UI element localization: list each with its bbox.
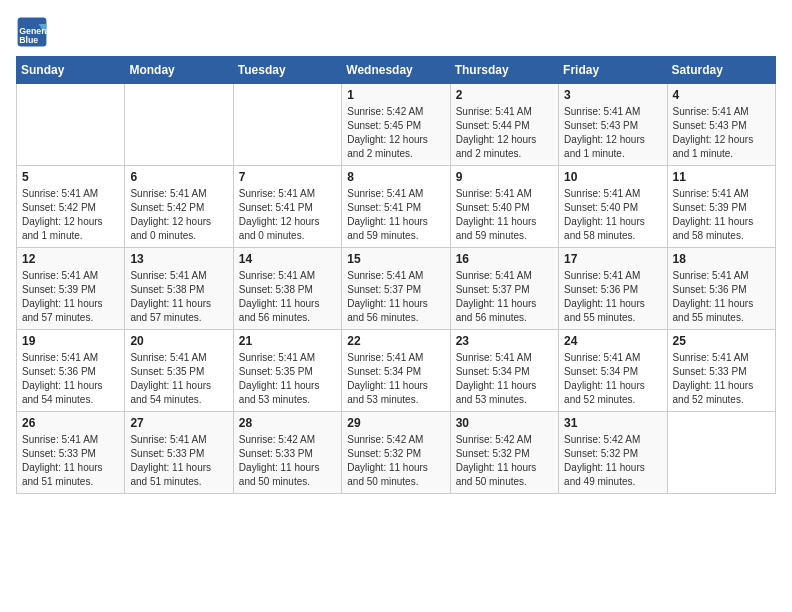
day-number: 25 <box>673 334 770 348</box>
day-info: Sunrise: 5:41 AM Sunset: 5:41 PM Dayligh… <box>239 187 336 243</box>
day-number: 24 <box>564 334 661 348</box>
calendar-header-row: SundayMondayTuesdayWednesdayThursdayFrid… <box>17 57 776 84</box>
day-info: Sunrise: 5:41 AM Sunset: 5:43 PM Dayligh… <box>564 105 661 161</box>
day-info: Sunrise: 5:41 AM Sunset: 5:42 PM Dayligh… <box>22 187 119 243</box>
calendar-cell: 12Sunrise: 5:41 AM Sunset: 5:39 PM Dayli… <box>17 248 125 330</box>
day-number: 19 <box>22 334 119 348</box>
day-number: 20 <box>130 334 227 348</box>
day-info: Sunrise: 5:41 AM Sunset: 5:38 PM Dayligh… <box>239 269 336 325</box>
day-info: Sunrise: 5:42 AM Sunset: 5:45 PM Dayligh… <box>347 105 444 161</box>
day-info: Sunrise: 5:41 AM Sunset: 5:34 PM Dayligh… <box>564 351 661 407</box>
day-info: Sunrise: 5:41 AM Sunset: 5:41 PM Dayligh… <box>347 187 444 243</box>
logo: General Blue <box>16 16 48 48</box>
header-monday: Monday <box>125 57 233 84</box>
calendar-cell: 11Sunrise: 5:41 AM Sunset: 5:39 PM Dayli… <box>667 166 775 248</box>
day-info: Sunrise: 5:41 AM Sunset: 5:34 PM Dayligh… <box>456 351 553 407</box>
svg-text:General: General <box>19 26 48 36</box>
calendar-cell: 14Sunrise: 5:41 AM Sunset: 5:38 PM Dayli… <box>233 248 341 330</box>
day-number: 22 <box>347 334 444 348</box>
day-number: 8 <box>347 170 444 184</box>
week-row-4: 26Sunrise: 5:41 AM Sunset: 5:33 PM Dayli… <box>17 412 776 494</box>
day-info: Sunrise: 5:42 AM Sunset: 5:32 PM Dayligh… <box>564 433 661 489</box>
day-info: Sunrise: 5:41 AM Sunset: 5:33 PM Dayligh… <box>130 433 227 489</box>
header-sunday: Sunday <box>17 57 125 84</box>
day-number: 13 <box>130 252 227 266</box>
day-number: 9 <box>456 170 553 184</box>
week-row-3: 19Sunrise: 5:41 AM Sunset: 5:36 PM Dayli… <box>17 330 776 412</box>
calendar-cell <box>233 84 341 166</box>
day-number: 7 <box>239 170 336 184</box>
day-number: 15 <box>347 252 444 266</box>
day-number: 26 <box>22 416 119 430</box>
calendar-cell: 17Sunrise: 5:41 AM Sunset: 5:36 PM Dayli… <box>559 248 667 330</box>
calendar-cell <box>17 84 125 166</box>
day-info: Sunrise: 5:41 AM Sunset: 5:36 PM Dayligh… <box>22 351 119 407</box>
week-row-0: 1Sunrise: 5:42 AM Sunset: 5:45 PM Daylig… <box>17 84 776 166</box>
day-number: 28 <box>239 416 336 430</box>
calendar-cell: 1Sunrise: 5:42 AM Sunset: 5:45 PM Daylig… <box>342 84 450 166</box>
day-number: 6 <box>130 170 227 184</box>
day-info: Sunrise: 5:41 AM Sunset: 5:37 PM Dayligh… <box>456 269 553 325</box>
day-number: 27 <box>130 416 227 430</box>
calendar-cell: 21Sunrise: 5:41 AM Sunset: 5:35 PM Dayli… <box>233 330 341 412</box>
calendar-cell: 23Sunrise: 5:41 AM Sunset: 5:34 PM Dayli… <box>450 330 558 412</box>
logo-icon: General Blue <box>16 16 48 48</box>
calendar-cell: 29Sunrise: 5:42 AM Sunset: 5:32 PM Dayli… <box>342 412 450 494</box>
header-tuesday: Tuesday <box>233 57 341 84</box>
calendar-cell: 24Sunrise: 5:41 AM Sunset: 5:34 PM Dayli… <box>559 330 667 412</box>
calendar-cell: 16Sunrise: 5:41 AM Sunset: 5:37 PM Dayli… <box>450 248 558 330</box>
calendar-cell <box>667 412 775 494</box>
page-header: General Blue <box>16 16 776 48</box>
svg-text:Blue: Blue <box>19 35 38 45</box>
day-info: Sunrise: 5:41 AM Sunset: 5:40 PM Dayligh… <box>564 187 661 243</box>
calendar-cell: 28Sunrise: 5:42 AM Sunset: 5:33 PM Dayli… <box>233 412 341 494</box>
calendar-cell: 25Sunrise: 5:41 AM Sunset: 5:33 PM Dayli… <box>667 330 775 412</box>
day-number: 18 <box>673 252 770 266</box>
day-number: 4 <box>673 88 770 102</box>
calendar-cell: 8Sunrise: 5:41 AM Sunset: 5:41 PM Daylig… <box>342 166 450 248</box>
calendar-cell: 2Sunrise: 5:41 AM Sunset: 5:44 PM Daylig… <box>450 84 558 166</box>
header-thursday: Thursday <box>450 57 558 84</box>
day-info: Sunrise: 5:41 AM Sunset: 5:36 PM Dayligh… <box>673 269 770 325</box>
day-info: Sunrise: 5:41 AM Sunset: 5:43 PM Dayligh… <box>673 105 770 161</box>
day-number: 2 <box>456 88 553 102</box>
calendar-cell: 3Sunrise: 5:41 AM Sunset: 5:43 PM Daylig… <box>559 84 667 166</box>
day-info: Sunrise: 5:42 AM Sunset: 5:33 PM Dayligh… <box>239 433 336 489</box>
day-info: Sunrise: 5:42 AM Sunset: 5:32 PM Dayligh… <box>347 433 444 489</box>
header-wednesday: Wednesday <box>342 57 450 84</box>
day-number: 31 <box>564 416 661 430</box>
day-number: 11 <box>673 170 770 184</box>
calendar-cell: 31Sunrise: 5:42 AM Sunset: 5:32 PM Dayli… <box>559 412 667 494</box>
day-info: Sunrise: 5:42 AM Sunset: 5:32 PM Dayligh… <box>456 433 553 489</box>
calendar-cell: 30Sunrise: 5:42 AM Sunset: 5:32 PM Dayli… <box>450 412 558 494</box>
day-info: Sunrise: 5:41 AM Sunset: 5:40 PM Dayligh… <box>456 187 553 243</box>
header-saturday: Saturday <box>667 57 775 84</box>
day-info: Sunrise: 5:41 AM Sunset: 5:35 PM Dayligh… <box>130 351 227 407</box>
calendar-cell: 10Sunrise: 5:41 AM Sunset: 5:40 PM Dayli… <box>559 166 667 248</box>
calendar-table: SundayMondayTuesdayWednesdayThursdayFrid… <box>16 56 776 494</box>
day-number: 23 <box>456 334 553 348</box>
day-number: 12 <box>22 252 119 266</box>
calendar-cell: 18Sunrise: 5:41 AM Sunset: 5:36 PM Dayli… <box>667 248 775 330</box>
calendar-cell: 9Sunrise: 5:41 AM Sunset: 5:40 PM Daylig… <box>450 166 558 248</box>
week-row-1: 5Sunrise: 5:41 AM Sunset: 5:42 PM Daylig… <box>17 166 776 248</box>
header-friday: Friday <box>559 57 667 84</box>
day-info: Sunrise: 5:41 AM Sunset: 5:44 PM Dayligh… <box>456 105 553 161</box>
calendar-cell: 4Sunrise: 5:41 AM Sunset: 5:43 PM Daylig… <box>667 84 775 166</box>
day-info: Sunrise: 5:41 AM Sunset: 5:33 PM Dayligh… <box>22 433 119 489</box>
day-info: Sunrise: 5:41 AM Sunset: 5:36 PM Dayligh… <box>564 269 661 325</box>
day-info: Sunrise: 5:41 AM Sunset: 5:33 PM Dayligh… <box>673 351 770 407</box>
day-info: Sunrise: 5:41 AM Sunset: 5:34 PM Dayligh… <box>347 351 444 407</box>
day-info: Sunrise: 5:41 AM Sunset: 5:38 PM Dayligh… <box>130 269 227 325</box>
week-row-2: 12Sunrise: 5:41 AM Sunset: 5:39 PM Dayli… <box>17 248 776 330</box>
day-number: 5 <box>22 170 119 184</box>
day-number: 29 <box>347 416 444 430</box>
calendar-cell: 26Sunrise: 5:41 AM Sunset: 5:33 PM Dayli… <box>17 412 125 494</box>
calendar-cell: 6Sunrise: 5:41 AM Sunset: 5:42 PM Daylig… <box>125 166 233 248</box>
day-info: Sunrise: 5:41 AM Sunset: 5:35 PM Dayligh… <box>239 351 336 407</box>
day-number: 30 <box>456 416 553 430</box>
day-info: Sunrise: 5:41 AM Sunset: 5:39 PM Dayligh… <box>22 269 119 325</box>
day-number: 3 <box>564 88 661 102</box>
day-info: Sunrise: 5:41 AM Sunset: 5:42 PM Dayligh… <box>130 187 227 243</box>
day-number: 1 <box>347 88 444 102</box>
